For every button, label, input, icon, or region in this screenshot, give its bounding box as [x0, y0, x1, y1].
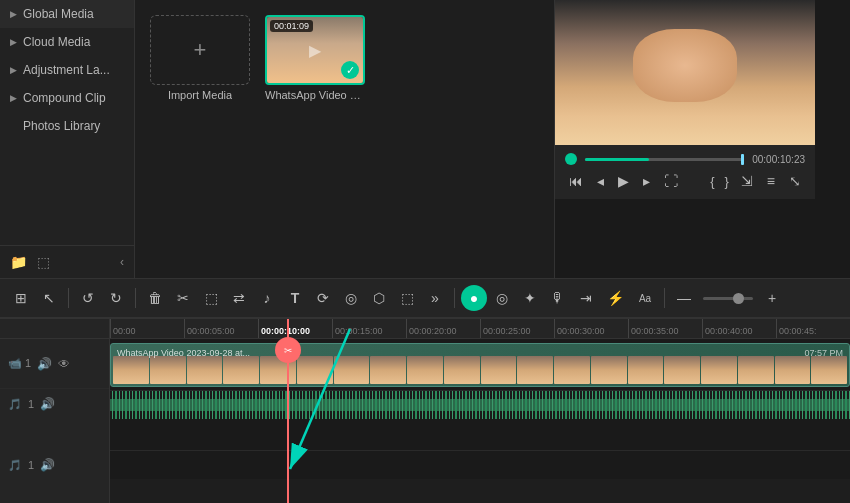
sidebar-item-label: Cloud Media	[23, 35, 90, 49]
video-mute-icon[interactable]: 🔊	[37, 357, 52, 371]
timeline-area: 📹 1 🔊 👁 🎵 1 🔊 🎵 1 🔊 00:00 00:00:05:00 00…	[0, 318, 850, 503]
record2-button[interactable]: ◎	[489, 285, 515, 311]
zoom-out-button[interactable]: —	[671, 285, 697, 311]
image-icon[interactable]: ⬚	[37, 254, 50, 270]
text-button[interactable]: T	[282, 285, 308, 311]
mask-button[interactable]: ⬡	[366, 285, 392, 311]
playhead-handle[interactable]: ✂	[275, 337, 301, 363]
audio-waveform	[110, 391, 850, 419]
zoom-in-button[interactable]: +	[759, 285, 785, 311]
music2-icon: 🎵	[8, 459, 22, 472]
auto-button[interactable]: ⚡	[601, 285, 630, 311]
playhead-marker[interactable]: ✂	[275, 337, 301, 363]
sidebar-item-photos-library[interactable]: ▶ Photos Library	[0, 112, 134, 140]
video-eye-icon[interactable]: 👁	[58, 357, 70, 371]
undo-button[interactable]: ↺	[75, 285, 101, 311]
progress-track[interactable]	[585, 158, 744, 161]
arrow-icon: ▶	[10, 37, 17, 47]
clip-frame	[628, 356, 664, 384]
crop-button[interactable]: ⬚	[394, 285, 420, 311]
more-options-button[interactable]: ≡	[763, 171, 779, 191]
clip-frame	[664, 356, 700, 384]
plus-icon: +	[194, 37, 207, 63]
bottom-mute-icon[interactable]: 🔊	[40, 458, 55, 472]
prev-frame-button[interactable]: ⏮	[565, 171, 587, 191]
export-button[interactable]: ⇥	[573, 285, 599, 311]
redo-button[interactable]: ↻	[103, 285, 129, 311]
folder-icon[interactable]: 📁	[10, 254, 27, 270]
preview-video	[555, 0, 815, 145]
import-media-item: + Import Media	[150, 15, 250, 101]
preview-timecode: 00:00:10:23	[752, 154, 805, 165]
media-thumb-whatsapp[interactable]: ▶ 00:01:09 ✓ WhatsApp Video 202...	[265, 15, 365, 101]
grid-tool-button[interactable]: ⊞	[8, 285, 34, 311]
media-grid: + Import Media ▶ 00:01:09 ✓ WhatsApp Vid…	[150, 15, 539, 101]
caption-button[interactable]: Aa	[632, 285, 658, 311]
fullscreen-button[interactable]: ⛶	[660, 171, 682, 191]
clip-label: WhatsApp Video 2023-09-28 at...	[117, 348, 250, 358]
audio-track-number: 1	[28, 398, 34, 410]
clip-frame	[775, 356, 811, 384]
preview-progress-bar: 00:00:10:23	[565, 153, 805, 165]
bracket-close-button[interactable]: }	[722, 172, 730, 191]
ruler-mark-8: 00:00:40:00	[702, 319, 776, 338]
music-icon: 🎵	[8, 398, 22, 411]
arrow-icon: ▶	[10, 9, 17, 19]
audio-mute-icon[interactable]: 🔊	[40, 397, 55, 411]
ruler-mark-9: 00:00:45:	[776, 319, 850, 338]
mic-button[interactable]: 🎙	[545, 285, 571, 311]
sidebar-item-global-media[interactable]: ▶ Global Media	[0, 0, 134, 28]
preview-panel: 00:00:10:23 ⏮ ◂ ▶ ▸ ⛶ { } ⇲ ≡ ⤡	[555, 0, 815, 278]
thumb-duration-badge: 00:01:09	[270, 20, 313, 32]
thumb-check-icon: ✓	[341, 61, 359, 79]
separator	[68, 288, 69, 308]
media-browser: + Import Media ▶ 00:01:09 ✓ WhatsApp Vid…	[135, 0, 555, 278]
clip-frame	[187, 356, 223, 384]
clip-frame	[481, 356, 517, 384]
waveform-bars	[110, 391, 850, 419]
ruler-mark-5: 00:00:25:00	[480, 319, 554, 338]
separator	[664, 288, 665, 308]
clip-frame	[150, 356, 186, 384]
import-media-label: Import Media	[168, 89, 232, 101]
fast-play-button[interactable]: ▸	[639, 171, 654, 191]
zoom-slider-thumb[interactable]	[733, 293, 744, 304]
fullscreen2-button[interactable]: ⤡	[785, 171, 805, 191]
sidebar-item-label: Photos Library	[23, 119, 100, 133]
record-active-button[interactable]: ●	[461, 285, 487, 311]
detach-button[interactable]: ✦	[517, 285, 543, 311]
rotate-button[interactable]: ⟳	[310, 285, 336, 311]
clip-frame	[113, 356, 149, 384]
sidebar-item-cloud-media[interactable]: ▶ Cloud Media	[0, 28, 134, 56]
sidebar-item-compound-clip[interactable]: ▶ Compound Clip	[0, 84, 134, 112]
bottom-audio-track	[110, 451, 850, 479]
delete-button[interactable]: 🗑	[142, 285, 168, 311]
top-area: ▶ Global Media ▶ Cloud Media ▶ Adjustmen…	[0, 0, 850, 278]
import-media-button[interactable]: +	[150, 15, 250, 85]
cut-button[interactable]: ✂	[170, 285, 196, 311]
slow-play-button[interactable]: ◂	[593, 171, 608, 191]
bottom-audio-track-label: 🎵 1 🔊	[0, 451, 109, 479]
copy-button[interactable]: ⬚	[198, 285, 224, 311]
sidebar-item-adjustment[interactable]: ▶ Adjustment La...	[0, 56, 134, 84]
audio-button[interactable]: ♪	[254, 285, 280, 311]
video-track-label: 📹 1 🔊 👁	[0, 339, 109, 389]
audio-track-label: 🎵 1 🔊	[0, 389, 109, 419]
sidebar-item-label: Global Media	[23, 7, 94, 21]
video-icon: ▶	[309, 41, 321, 60]
expand-button[interactable]: ⇲	[737, 171, 757, 191]
more-button[interactable]: »	[422, 285, 448, 311]
video-clip[interactable]: WhatsApp Video 2023-09-28 at... 07:57 PM	[110, 343, 850, 387]
clip-frame	[811, 356, 847, 384]
ruler-mark-7: 00:00:35:00	[628, 319, 702, 338]
select-tool-button[interactable]: ↖	[36, 285, 62, 311]
swap-button[interactable]: ⇄	[226, 285, 252, 311]
progress-handle[interactable]	[565, 153, 577, 165]
clip-frame	[297, 356, 333, 384]
sidebar: ▶ Global Media ▶ Cloud Media ▶ Adjustmen…	[0, 0, 135, 278]
play-button[interactable]: ▶	[614, 171, 633, 191]
collapse-icon[interactable]: ‹	[120, 255, 124, 269]
effect-button[interactable]: ◎	[338, 285, 364, 311]
bracket-open-button[interactable]: {	[708, 172, 716, 191]
preview-buttons: ⏮ ◂ ▶ ▸ ⛶ { } ⇲ ≡ ⤡	[565, 171, 805, 191]
